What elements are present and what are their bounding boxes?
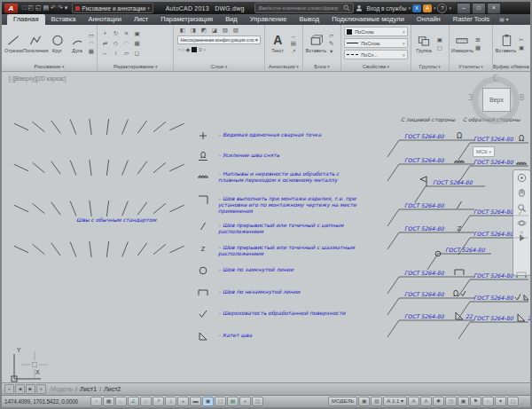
status-menu-arrow[interactable]: ▾	[495, 397, 506, 406]
status-toggle-12[interactable]: +	[239, 397, 251, 406]
panel-label-properties[interactable]: Свойства	[341, 62, 411, 71]
modify-micons-10[interactable]: ▱	[121, 49, 131, 58]
layer-dropdown[interactable]: ○☼◆ 0 ▾	[177, 45, 260, 53]
model-space-button[interactable]: МОДЕЛЬ	[328, 397, 357, 406]
sign-in-button[interactable]: Вход в службы	[366, 5, 406, 12]
layers-top-3[interactable]: ◪	[209, 26, 219, 35]
clip-micons-1[interactable]: ▣	[519, 44, 524, 51]
legend-text-4[interactable]: – Шов прерывистый или точечный с цепным …	[218, 223, 360, 235]
line-tool[interactable]: Отрезок	[4, 34, 23, 53]
panel-label-groups[interactable]: Группы	[411, 62, 449, 71]
qat-icon-3[interactable]: ▤	[43, 4, 49, 12]
panel-label-utilities[interactable]: Утилиты	[450, 62, 492, 71]
toolbar-lock-icon[interactable]: ◳	[445, 397, 457, 406]
modify-micons-3[interactable]: ▣	[132, 29, 142, 38]
ribbon-minimize-button[interactable]: ▤ ▾	[499, 14, 508, 25]
status-toggle-11[interactable]: ▤	[227, 397, 239, 406]
wcs-dropdown[interactable]: МСК ▾	[473, 146, 495, 157]
workspace-switcher[interactable]: Рисование и аннотации ▾	[72, 3, 153, 13]
hardware-acceleration-icon[interactable]: ▣	[458, 397, 469, 406]
search-icon[interactable]	[343, 4, 350, 12]
modify-micons-0[interactable]: +	[100, 29, 110, 38]
circle-tool[interactable]: Круг	[49, 34, 66, 53]
viewcube-top-face[interactable]: Верх	[482, 88, 511, 112]
help-search-input[interactable]: Введите ключевое слово/фразу	[254, 3, 354, 13]
panel-label-draw[interactable]: Рисование	[2, 62, 97, 71]
annot-micons-1[interactable]: ▤	[291, 40, 297, 47]
measure-tool[interactable]: Измерить	[452, 34, 473, 53]
quick-view-layouts-icon[interactable]: ▣	[358, 397, 370, 406]
utils-micons-1[interactable]: ▦	[475, 44, 481, 51]
text-tool[interactable]: A Текст	[268, 34, 288, 53]
modify-micons-11[interactable]: ◻	[132, 49, 142, 58]
isolate-objects-icon[interactable]: ⚑	[470, 397, 481, 406]
navigation-wheel-icon[interactable]	[517, 173, 527, 183]
zoom-icon[interactable]	[517, 203, 527, 213]
layers-top-5[interactable]: ▧	[231, 26, 240, 35]
panel-label-clipboard[interactable]: Буфер обмена	[493, 62, 530, 71]
status-toggle-3[interactable]: ∠	[128, 397, 139, 406]
annot-micons-0[interactable]: ↔	[291, 33, 297, 39]
panel-label-block[interactable]: Блок	[303, 62, 340, 71]
layout-tab-Лист1[interactable]: Лист1	[77, 386, 99, 392]
block-micons-1[interactable]: ✎	[329, 40, 333, 47]
compass-east-label[interactable]: В	[520, 94, 525, 102]
application-menu-icon[interactable]: A	[4, 4, 18, 13]
qat-icon-0[interactable]: □	[22, 4, 26, 12]
viewcube[interactable]: С З В Верх МСК ▾	[471, 75, 522, 160]
qat-icon-6[interactable]: ▾	[65, 4, 68, 12]
utils-micons-0[interactable]: ⊞	[475, 36, 481, 43]
status-toggle-7[interactable]: +	[177, 397, 189, 406]
annotation-autoscale-icon[interactable]: А	[420, 397, 432, 406]
exchange-apps-icon[interactable]: A	[423, 4, 432, 12]
layout-nav-1[interactable]: ◀	[15, 384, 25, 394]
modify-micons-6[interactable]: ◠	[121, 39, 131, 48]
annotation-scale-button[interactable]: А 1:1 ▾	[383, 397, 407, 406]
modify-micons-4[interactable]: ⇄	[100, 39, 110, 48]
layout-nav-3[interactable]: »	[36, 384, 46, 394]
modify-micons-5[interactable]: ◇	[111, 39, 121, 48]
legend-text-7[interactable]: – Шов по незамкнутой линии	[218, 289, 360, 295]
tab-Raster Tools[interactable]: Raster Tools	[447, 14, 497, 25]
application-status-icon[interactable]: ☼	[482, 397, 494, 406]
weld-annotation[interactable]	[387, 209, 474, 226]
arc-tool[interactable]: Дуга	[68, 34, 86, 53]
polyline-tool[interactable]: Полилиния	[26, 34, 46, 53]
layout-nav-2[interactable]: ▶	[26, 384, 35, 394]
tab-Онлайн[interactable]: Онлайн	[411, 14, 447, 25]
viewport-controls[interactable]: [-][Вверху][2D каркас]	[9, 75, 66, 82]
qat-icon-1[interactable]: ◰	[27, 4, 34, 12]
weld-fan[interactable]	[14, 119, 184, 257]
layers-top-2[interactable]: ◩	[199, 26, 208, 35]
modify-micons-7[interactable]: ▦	[132, 39, 142, 48]
legend-text-6[interactable]: – Шов по замкнутой линии	[218, 267, 360, 273]
layer-config-dropdown[interactable]: Несохраненная конфигурация сло ▾	[177, 35, 260, 44]
insert-block-tool[interactable]: Вставить	[306, 34, 326, 53]
navigation-bar[interactable]	[512, 169, 530, 276]
status-toggle-4[interactable]: ◇	[140, 397, 152, 406]
tab-Вставка[interactable]: Вставка	[45, 14, 82, 25]
qat-icon-5[interactable]: ↷	[58, 4, 63, 12]
legend-text-5[interactable]: – Шов прерывистый или точечный с шахматн…	[218, 245, 360, 257]
layers-top-1[interactable]: ◨	[188, 26, 198, 35]
layout-tab-Лист2[interactable]: Лист2	[101, 386, 123, 392]
status-toggle-5[interactable]: ↗	[153, 397, 164, 406]
modify-micons-1[interactable]: ↻	[111, 29, 121, 38]
modify-micons-9[interactable]: ↕	[111, 49, 121, 58]
clip-micons-0[interactable]: ✂	[519, 36, 524, 43]
annotation-visibility-icon[interactable]: А	[408, 397, 419, 406]
compass-north-label[interactable]: С	[493, 75, 498, 83]
tab-Вид[interactable]: Вид	[219, 14, 244, 25]
quick-view-drawings-icon[interactable]: ▥	[371, 397, 382, 406]
groups-micons-0[interactable]: ▣	[437, 36, 442, 43]
tab-Управление[interactable]: Управление	[244, 14, 293, 25]
group-tool[interactable]: Группа	[414, 34, 434, 53]
clean-screen-icon[interactable]: ▢	[507, 397, 519, 406]
tab-Аннотации[interactable]: Аннотации	[82, 14, 128, 25]
help-icon[interactable]: ?	[437, 4, 447, 13]
modify-micons-2[interactable]: ✕	[121, 29, 131, 38]
resize-grip[interactable]: ⋰	[521, 398, 528, 405]
legend-text-8[interactable]: – Шероховатость обработанной поверхности	[218, 311, 360, 317]
lineweight-dropdown[interactable]: ПоСлою▾	[344, 38, 408, 48]
weld-annotation[interactable]	[427, 251, 491, 270]
